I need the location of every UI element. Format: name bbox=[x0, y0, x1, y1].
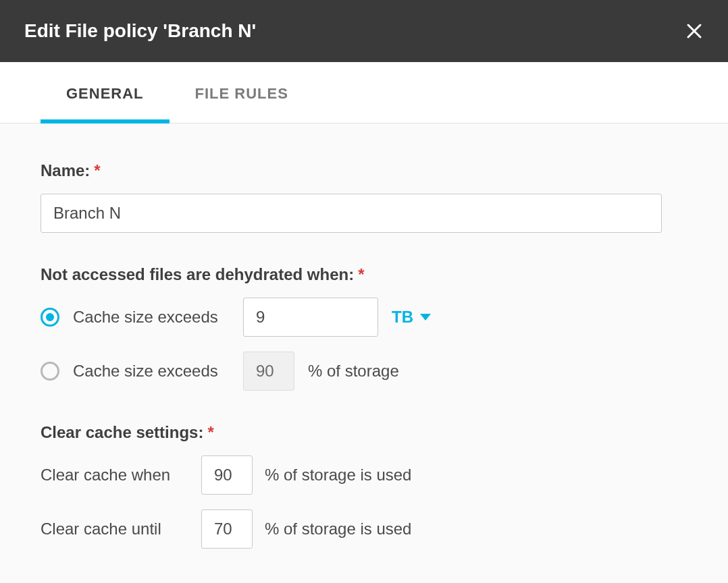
percent-input bbox=[243, 352, 294, 391]
clear-when-label: Clear cache when bbox=[41, 466, 189, 484]
dialog-title: Edit File policy 'Branch N' bbox=[24, 20, 256, 42]
chevron-down-icon bbox=[420, 314, 431, 321]
cache-size-input[interactable] bbox=[243, 298, 378, 337]
cache-size-unit-text: TB bbox=[392, 308, 413, 327]
clear-until-label: Clear cache until bbox=[41, 520, 189, 538]
tab-file-rules[interactable]: FILE RULES bbox=[170, 62, 314, 123]
clear-when-row: Clear cache when % of storage is used bbox=[41, 455, 687, 495]
name-field-group: Name:* bbox=[41, 161, 687, 233]
option-percent-row: Cache size exceeds % of storage bbox=[41, 352, 687, 391]
radio-percent[interactable] bbox=[41, 362, 59, 381]
percent-suffix: % of storage bbox=[308, 362, 399, 381]
clear-until-suffix: % of storage is used bbox=[265, 520, 411, 538]
clear-when-suffix: % of storage is used bbox=[265, 466, 411, 484]
clear-when-input[interactable] bbox=[201, 455, 253, 495]
close-icon bbox=[686, 23, 702, 39]
clear-cache-label: Clear cache settings:* bbox=[41, 423, 687, 442]
cache-size-unit-select[interactable]: TB bbox=[392, 308, 431, 327]
clear-until-input[interactable] bbox=[201, 509, 253, 549]
svg-marker-2 bbox=[420, 314, 431, 321]
required-asterisk: * bbox=[94, 161, 100, 179]
option-cache-size-row: Cache size exceeds TB bbox=[41, 298, 687, 337]
option-percent-label: Cache size exceeds bbox=[73, 362, 230, 381]
name-label: Name:* bbox=[41, 161, 687, 180]
clear-cache-field-group: Clear cache settings:* Clear cache when … bbox=[41, 423, 687, 549]
required-asterisk: * bbox=[207, 423, 213, 441]
close-button[interactable] bbox=[682, 19, 706, 43]
radio-cache-size[interactable] bbox=[41, 308, 59, 327]
dehydrate-label-text: Not accessed files are dehydrated when: bbox=[41, 265, 354, 283]
tab-general[interactable]: GENERAL bbox=[41, 62, 170, 123]
content-area: Name:* Not accessed files are dehydrated… bbox=[0, 123, 728, 583]
dialog-header: Edit File policy 'Branch N' bbox=[0, 0, 728, 62]
name-input[interactable] bbox=[41, 194, 662, 233]
name-label-text: Name: bbox=[41, 161, 90, 179]
required-asterisk: * bbox=[358, 265, 364, 283]
dehydrate-label: Not accessed files are dehydrated when:* bbox=[41, 265, 687, 284]
clear-cache-label-text: Clear cache settings: bbox=[41, 423, 203, 441]
tab-bar: GENERAL FILE RULES bbox=[0, 62, 728, 123]
clear-until-row: Clear cache until % of storage is used bbox=[41, 509, 687, 549]
dehydrate-field-group: Not accessed files are dehydrated when:*… bbox=[41, 265, 687, 391]
option-cache-size-label: Cache size exceeds bbox=[73, 308, 230, 327]
